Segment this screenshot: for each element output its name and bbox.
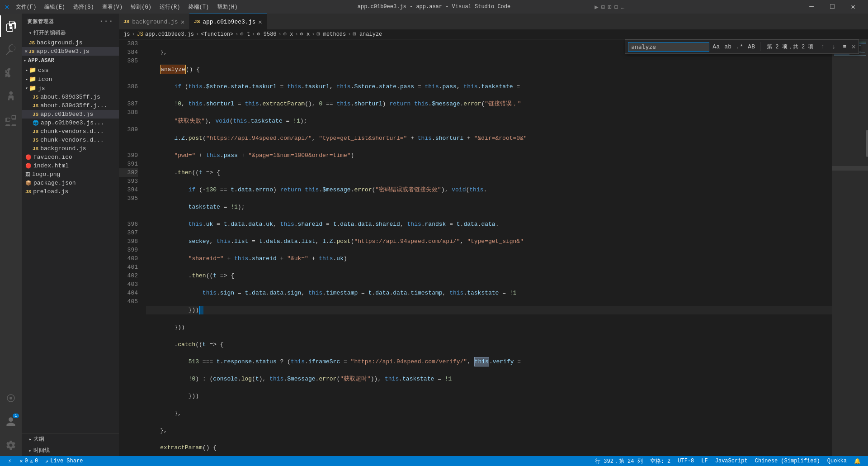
tree-js[interactable]: ▾ 📁 js xyxy=(22,84,119,93)
menu-select[interactable]: 选择(S) xyxy=(70,2,98,12)
close-file-icon[interactable]: ✕ xyxy=(24,48,28,55)
find-toggle-button[interactable]: ≡ xyxy=(840,42,849,52)
preserve-case-button[interactable]: AB xyxy=(746,42,756,52)
open-editors-section[interactable]: ▾ 打开的编辑器 xyxy=(22,27,119,38)
breadcrumb-analyze[interactable]: ⊡ analyze xyxy=(353,31,382,38)
status-language-mode[interactable]: JavaScript xyxy=(712,456,751,466)
outline-section[interactable]: ▸ 大纲 xyxy=(22,433,119,445)
breadcrumb-9586[interactable]: ⊙ 9586 xyxy=(257,31,276,38)
breadcrumb-t[interactable]: ⊙ t xyxy=(240,31,250,38)
js-icon-5: JS xyxy=(33,112,38,117)
code-area[interactable]: }, analyze() { if (this.$store.state.tas… xyxy=(142,39,832,456)
tree-css[interactable]: ▸ 📁 css xyxy=(22,66,119,75)
find-prev-button[interactable]: ↑ xyxy=(818,42,828,52)
remote-activity-icon[interactable] xyxy=(0,387,22,409)
file-name-chunk2: chunk-vendors.d... xyxy=(40,137,104,143)
line-389: this.uk = t.data.data.uk, this.shareid =… xyxy=(146,220,832,228)
bell-icon: 🔔 xyxy=(854,458,861,465)
status-extension[interactable]: Quokka xyxy=(824,456,850,466)
open-file-app[interactable]: ✕ JS app.c01b9ee3.js xyxy=(22,47,119,56)
account-activity-icon[interactable]: 1 xyxy=(0,411,22,433)
find-input[interactable] xyxy=(628,42,709,52)
match-case-button[interactable]: Aa xyxy=(711,42,721,52)
line-385: if (this.$store.state.taskurl = this.tas… xyxy=(146,82,832,91)
breadcrumb-x[interactable]: ⊙ x xyxy=(283,31,293,38)
tree-icon[interactable]: ▸ 📁 icon xyxy=(22,75,119,84)
breadcrumb-file[interactable]: JS xyxy=(137,31,143,38)
regex-button[interactable]: .* xyxy=(735,42,745,52)
menu-goto[interactable]: 转到(G) xyxy=(127,2,155,12)
timeline-section[interactable]: ▸ 时间线 xyxy=(22,445,119,456)
more-icon[interactable]: … xyxy=(621,3,624,10)
run-debug-activity-icon[interactable] xyxy=(0,86,22,108)
breadcrumb-filename[interactable]: app.c01b9ee3.js xyxy=(145,31,194,38)
menu-view[interactable]: 查看(V) xyxy=(99,2,127,12)
find-next-button[interactable]: ↓ xyxy=(829,42,839,52)
tree-preload[interactable]: JS preload.js xyxy=(22,187,119,196)
split-icon[interactable]: ⊞ xyxy=(608,3,611,11)
file-name-preload: preload.js xyxy=(33,188,68,195)
breadcrumb-x2[interactable]: ⊙ x xyxy=(300,31,310,38)
maximize-button[interactable]: □ xyxy=(822,0,843,14)
js-icon: JS xyxy=(29,40,35,46)
source-control-activity-icon[interactable] xyxy=(0,62,22,84)
tab-close-2[interactable]: ✕ xyxy=(258,18,262,26)
status-language[interactable]: Chinese (Simplified) xyxy=(751,456,824,466)
match-info: 第 2 项，共 2 项 xyxy=(767,43,813,51)
line-393: })) xyxy=(146,323,832,332)
tree-favicon[interactable]: 🔴 favicon.ico xyxy=(22,153,119,162)
status-errors[interactable]: ✕ 0 ⚠ 0 xyxy=(16,456,42,466)
close-button[interactable]: ✕ xyxy=(843,0,863,14)
status-position[interactable]: 行 392，第 24 列 xyxy=(591,456,646,466)
menu-run[interactable]: 运行(R) xyxy=(156,2,184,12)
tree-app[interactable]: JS app.c01b9ee3.js xyxy=(22,110,119,119)
status-liveshare[interactable]: ↗ Live Share xyxy=(42,456,86,466)
menu-edit[interactable]: 编辑(E) xyxy=(41,2,69,12)
search-activity-icon[interactable] xyxy=(0,39,22,61)
menu-terminal[interactable]: 终端(T) xyxy=(185,2,213,12)
tree-chunk2[interactable]: JS chunk-vendors.d... xyxy=(22,136,119,144)
extensions-activity-icon[interactable] xyxy=(0,109,22,131)
whole-word-button[interactable]: ab xyxy=(723,42,733,52)
layout-icon[interactable]: ⊡ xyxy=(601,3,605,11)
file-name-chunk1: chunk-vendors.d... xyxy=(40,128,104,135)
breadcrumb-methods[interactable]: ⊡ methods xyxy=(316,31,346,38)
open-file-background[interactable]: JS background.js xyxy=(22,38,119,47)
tree-package[interactable]: 📦 package.json xyxy=(22,179,119,187)
run-icon[interactable]: ▶ xyxy=(594,3,598,11)
tab-app[interactable]: JS app.c01b9ee3.js ✕ xyxy=(189,14,267,29)
menu-help[interactable]: 帮助(H) xyxy=(213,2,241,12)
tree-app-map[interactable]: 🌐 app.c01b9ee3.js... xyxy=(22,119,119,127)
explorer-activity-icon[interactable] xyxy=(0,15,22,37)
sidebar-more-button[interactable]: ··· xyxy=(99,17,113,25)
folder-icon: 📁 xyxy=(29,67,36,74)
status-spaces[interactable]: 空格: 2 xyxy=(646,456,675,466)
menu-file[interactable]: 文件(F) xyxy=(12,2,40,12)
warning-count: 0 xyxy=(35,458,38,464)
status-notifications[interactable]: 🔔 xyxy=(850,456,864,466)
tree-chunk1[interactable]: JS chunk-vendors.d... xyxy=(22,127,119,136)
sidebar: 资源管理器 ··· ▾ 打开的编辑器 JS background.js ✕ JS… xyxy=(22,14,119,456)
status-line-ending[interactable]: LF xyxy=(698,456,711,466)
panels-icon[interactable]: ⊟ xyxy=(614,3,618,11)
status-remote[interactable]: ⚡ xyxy=(4,456,16,466)
breadcrumb-function[interactable]: <function> xyxy=(201,31,233,38)
tree-about1[interactable]: JS about.639d35ff.js xyxy=(22,93,119,101)
minimize-button[interactable]: ─ xyxy=(801,0,822,14)
spaces-label: 空格: 2 xyxy=(650,457,671,465)
settings-activity-icon[interactable] xyxy=(0,434,22,456)
status-encoding[interactable]: UTF-8 xyxy=(674,456,698,466)
find-close-button[interactable]: ✕ xyxy=(851,42,856,51)
tree-logo[interactable]: 🖼 logo.png xyxy=(22,170,119,179)
root-section[interactable]: ▾ APP.ASAR xyxy=(22,56,119,66)
js-icon-6: JS xyxy=(33,129,38,134)
tab-background[interactable]: JS background.js ✕ xyxy=(119,14,189,29)
menu-bar[interactable]: 文件(F) 编辑(E) 选择(S) 查看(V) 转到(G) 运行(R) 终端(T… xyxy=(12,2,241,12)
line-389b: seckey, this.list = t.data.data.list, l.… xyxy=(146,237,832,246)
encoding-label: UTF-8 xyxy=(678,458,694,464)
tab-close-1[interactable]: ✕ xyxy=(181,18,184,26)
breadcrumb-js[interactable]: js xyxy=(123,31,130,38)
tree-background[interactable]: JS background.js xyxy=(22,144,119,153)
tree-index[interactable]: 🔴 index.html xyxy=(22,162,119,170)
tree-about2[interactable]: JS about.639d35ff.j... xyxy=(22,101,119,110)
